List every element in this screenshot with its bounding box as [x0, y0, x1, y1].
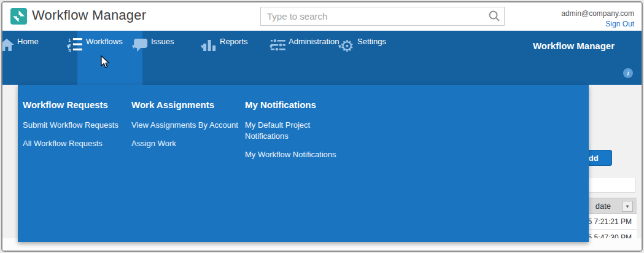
menu-item-my-default-project-notifications[interactable]: My Default Project Notifications	[245, 120, 349, 142]
tab-issues[interactable]: Issues ▼	[142, 31, 211, 85]
tab-administration[interactable]: Administration ▼	[280, 31, 349, 85]
menu-column-my-notifications: My Notifications My Default Project Noti…	[245, 99, 386, 242]
app-logo-icon	[10, 8, 27, 25]
chevron-down-icon[interactable]: ▼	[1, 44, 2, 50]
chevron-down-icon[interactable]: ▼	[268, 44, 274, 50]
tab-workflows[interactable]: Workflows 1 2 3 ▼	[77, 31, 142, 85]
menu-column-title: My Notifications	[245, 99, 386, 110]
chevron-down-icon[interactable]: ▼	[66, 44, 71, 50]
search-icon[interactable]	[488, 10, 500, 22]
home-icon	[1, 38, 15, 54]
menu-column-title: Workflow Requests	[23, 99, 131, 110]
search-input[interactable]	[260, 7, 505, 26]
chevron-down-icon[interactable]: ▼	[200, 44, 205, 50]
column-filter-dropdown-icon[interactable]: ▼	[622, 201, 633, 212]
workflows-mega-menu: Workflow Requests Submit Workflow Reques…	[18, 85, 589, 242]
tab-settings-label: Settings	[349, 31, 408, 46]
table-column-header-date: date	[596, 201, 611, 211]
user-email: admin@company.com	[561, 9, 634, 18]
menu-item-all-workflow-requests[interactable]: All Workflow Requests	[23, 138, 131, 149]
chevron-down-icon[interactable]: ▼	[337, 44, 343, 50]
account-area: admin@company.com Sign Out	[561, 9, 634, 29]
menu-item-my-workflow-notifications[interactable]: My Workflow Notifications	[245, 149, 349, 160]
menu-item-submit-workflow-requests[interactable]: Submit Workflow Requests	[23, 120, 131, 131]
chevron-down-icon[interactable]: ▼	[131, 44, 136, 50]
main-navbar: Home ▼ Workflows 1	[2, 31, 642, 85]
menu-column-title: Work Assignments	[131, 99, 245, 110]
info-icon[interactable]: i	[623, 68, 633, 78]
nav-tabs: Home ▼ Workflows 1	[9, 31, 642, 85]
menu-column-workflow-requests: Workflow Requests Submit Workflow Reques…	[23, 99, 131, 242]
workflow-manager-window: Workflow Manager admin@company.com Sign …	[1, 1, 643, 252]
menu-column-work-assignments: Work Assignments View Assignments By Acc…	[131, 99, 245, 242]
nav-brand-title: Workflow Manager	[533, 41, 615, 51]
menu-item-view-assignments-by-account[interactable]: View Assignments By Account	[131, 120, 245, 131]
app-title: Workflow Manager	[32, 7, 146, 23]
global-search	[260, 7, 505, 26]
sign-out-link[interactable]: Sign Out	[605, 20, 634, 29]
tab-settings[interactable]: Settings ⚙ ▼	[349, 31, 408, 85]
menu-item-assign-work[interactable]: Assign Work	[131, 138, 245, 149]
top-bar: Workflow Manager admin@company.com Sign …	[2, 2, 642, 31]
